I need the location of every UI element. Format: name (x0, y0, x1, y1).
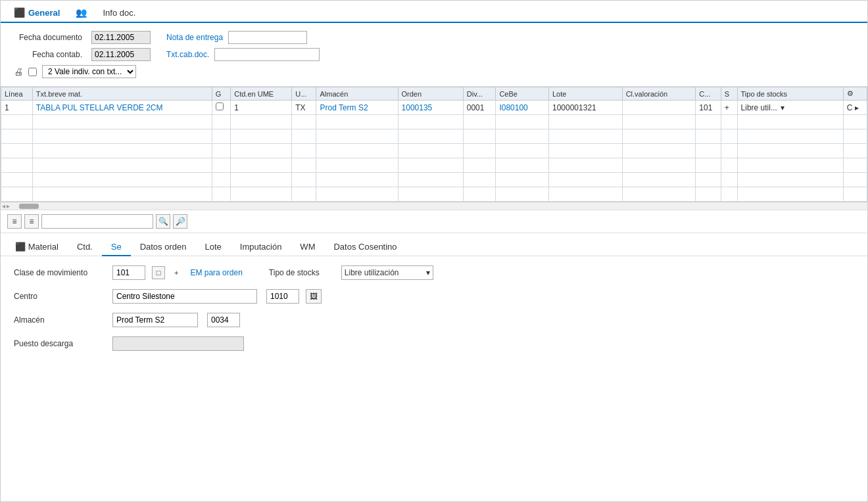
cell-c: 101 (696, 101, 721, 115)
tab-datos-orden-label: Datos orden (140, 242, 187, 252)
scroll-arrow-left[interactable]: ◂ (2, 202, 5, 210)
puesto-row: Puesto descarga (14, 336, 854, 351)
cell-g (212, 101, 231, 115)
top-tabs: ⬛ General 👥 Info doc. (1, 1, 867, 23)
almacen-code-input[interactable] (207, 313, 240, 327)
search-clear-button[interactable]: 🔎 (173, 214, 187, 229)
th-c: C... (696, 87, 721, 101)
tab-general[interactable]: ⬛ General (6, 3, 68, 23)
cell-clval (622, 101, 696, 115)
orden-link[interactable]: 1000135 (402, 103, 433, 112)
search-clear-icon: 🔎 (176, 217, 185, 226)
fecha-contab-label: Fecha contab. (14, 50, 86, 59)
align-right-icon: ≡ (29, 217, 34, 226)
almacen-row: Almacén (14, 313, 854, 327)
main-container: ⬛ General 👥 Info doc. Fecha documento No… (0, 0, 868, 502)
clase-mov-btn-icon: □ (157, 269, 161, 277)
centro-input[interactable] (112, 289, 257, 304)
fecha-doc-input[interactable] (91, 31, 151, 44)
g-checkbox[interactable] (216, 103, 224, 110)
cell-extra: C ▸ (843, 101, 867, 115)
table-row-empty (1, 129, 867, 144)
scroll-arrow-right[interactable]: ▸ (7, 202, 10, 210)
scroll-thumb[interactable] (19, 204, 39, 209)
th-lote: Lote (549, 87, 623, 101)
align-left-icon: ≡ (12, 217, 16, 226)
tab-users[interactable]: 👥 (68, 3, 95, 23)
txt-cab-doc-link[interactable]: Txt.cab.doc. (166, 50, 209, 59)
tab-infodoc[interactable]: Info doc. (95, 4, 143, 23)
clase-mov-label: Clase de movimiento (14, 268, 106, 277)
clase-mov-row: Clase de movimiento □ + EM para orden Ti… (14, 265, 854, 280)
form-section: Fecha documento Nota de entrega Fecha co… (1, 23, 867, 87)
tab-wm[interactable]: WM (291, 239, 324, 256)
tab-general-label: General (28, 8, 60, 18)
th-alm: Almacén (316, 87, 398, 101)
cell-u: TX (292, 101, 316, 115)
table-row-empty (1, 115, 867, 129)
vale-dropdown[interactable]: 2 Vale indiv. con txt... (42, 65, 136, 78)
cell-txt: TABLA PUL STELLAR VERDE 2CM (32, 101, 212, 115)
table-row-empty (1, 158, 867, 173)
centro-row: Centro 🖼 (14, 289, 854, 304)
tipo-stocks-label: Tipo de stocks (269, 268, 335, 277)
centro-image-btn[interactable]: 🖼 (306, 289, 322, 304)
cell-div: 0001 (463, 101, 496, 115)
almacen-input[interactable] (112, 313, 198, 327)
tab-ctd-label: Ctd. (77, 242, 93, 252)
fecha-contab-input[interactable] (91, 48, 151, 61)
table-row-empty (1, 187, 867, 202)
tipo-stocks-dropdown[interactable]: Libre utilización ▾ (341, 265, 433, 280)
tab-datos-cosentino[interactable]: Datos Cosentino (324, 239, 406, 256)
clase-mov-btn[interactable]: □ (152, 266, 165, 279)
cell-cebe: I080100 (496, 101, 549, 115)
em-para-orden-link[interactable]: EM para orden (190, 268, 242, 277)
clase-mov-input[interactable] (112, 265, 145, 280)
tab-imputacion-label: Imputación (240, 242, 282, 252)
table-wrapper: Línea Txt.breve mat. G Ctd.en UME U... A… (1, 87, 867, 202)
th-linea: Línea (1, 87, 33, 101)
tipo-stocks-arrow: ▾ (426, 268, 430, 277)
tab-material[interactable]: ⬛ Material (6, 239, 68, 256)
tab-datos-orden[interactable]: Datos orden (131, 239, 196, 256)
h-scrollbar[interactable]: ◂ ▸ (1, 202, 867, 210)
table-section: Línea Txt.breve mat. G Ctd.en UME U... A… (1, 87, 867, 210)
cell-lote: 1000001321 (549, 101, 623, 115)
tab-material-label: Material (28, 242, 59, 252)
plus-sign: + (174, 269, 178, 277)
cebe-link[interactable]: I080100 (499, 103, 527, 112)
th-settings[interactable]: ⚙ (843, 87, 867, 101)
alm-link[interactable]: Prod Term S2 (320, 103, 368, 112)
txt-cab-doc-input[interactable] (214, 48, 320, 61)
search-button[interactable]: 🔍 (156, 214, 170, 229)
fecha-contab-row: Fecha contab. Txt.cab.doc. (14, 48, 854, 61)
tab-imputacion[interactable]: Imputación (231, 239, 291, 256)
tab-lote-label: Lote (205, 242, 221, 252)
th-div: Div... (463, 87, 496, 101)
cell-ctd: 1 (231, 101, 292, 115)
nota-entrega-input[interactable] (228, 31, 307, 44)
tab-lote[interactable]: Lote (195, 239, 230, 256)
align-right-btn[interactable]: ≡ (24, 214, 39, 229)
print-icon[interactable]: 🖨 (14, 66, 23, 77)
vale-checkbox[interactable] (28, 68, 37, 76)
puesto-input[interactable] (112, 336, 244, 351)
th-orden: Orden (398, 87, 463, 101)
txt-link[interactable]: TABLA PUL STELLAR VERDE 2CM (36, 103, 163, 112)
nota-entrega-link[interactable]: Nota de entrega (166, 33, 223, 42)
tab-se[interactable]: Se (102, 239, 131, 256)
fecha-doc-label: Fecha documento (14, 33, 86, 42)
th-clval: Cl.valoración (622, 87, 696, 101)
tab-datos-cosentino-label: Datos Cosentino (333, 242, 397, 252)
tipo-dropdown-icon[interactable]: ▾ (781, 103, 784, 112)
search-input[interactable] (41, 214, 153, 229)
align-left-btn[interactable]: ≡ (7, 214, 22, 229)
extra-arrow[interactable]: ▸ (855, 103, 859, 112)
cell-alm: Prod Term S2 (316, 101, 398, 115)
tab-ctd[interactable]: Ctd. (68, 239, 102, 256)
th-txt: Txt.breve mat. (32, 87, 212, 101)
tipo-text: Libre util... (741, 103, 777, 112)
centro-code-input[interactable] (266, 289, 299, 304)
th-s: S (721, 87, 737, 101)
search-bar: ≡ ≡ 🔍 🔎 (1, 210, 867, 233)
